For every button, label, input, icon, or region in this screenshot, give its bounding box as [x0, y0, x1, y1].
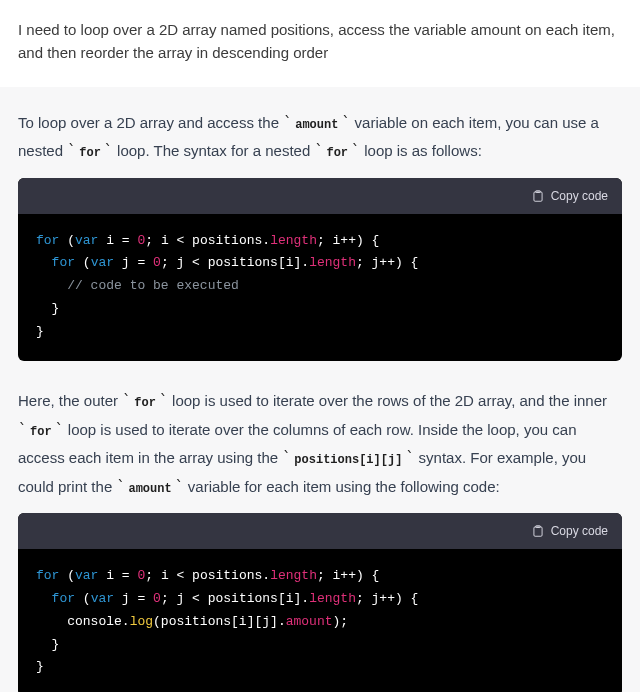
code-body: for (var i = 0; i < positions.length; i+… — [18, 549, 622, 692]
inline-code: positions[i][j] — [291, 452, 405, 468]
text: loop is as follows: — [360, 142, 482, 159]
svg-rect-3 — [534, 527, 542, 536]
text: To loop over a 2D array and access the — [18, 114, 283, 131]
user-message: I need to loop over a 2D array named pos… — [0, 0, 640, 87]
clipboard-icon — [531, 189, 545, 203]
copy-code-button[interactable]: Copy code — [531, 189, 608, 203]
text: variable for each item using the followi… — [184, 478, 500, 495]
inline-code: for — [76, 145, 104, 161]
clipboard-icon — [531, 524, 545, 538]
inline-code: amount — [292, 117, 341, 133]
code-block-2: Copy code for (var i = 0; i < positions.… — [18, 513, 622, 692]
inline-code: for — [323, 145, 351, 161]
copy-code-button[interactable]: Copy code — [531, 524, 608, 538]
copy-code-label: Copy code — [551, 189, 608, 203]
text: loop. The syntax for a nested — [113, 142, 315, 159]
code-header: Copy code — [18, 178, 622, 214]
code-block-1: Copy code for (var i = 0; i < positions.… — [18, 178, 622, 362]
assistant-message: To loop over a 2D array and access the `… — [0, 87, 640, 693]
text: Here, the outer — [18, 392, 122, 409]
code-body: for (var i = 0; i < positions.length; i+… — [18, 214, 622, 362]
svg-rect-1 — [534, 191, 542, 200]
user-prompt-text: I need to loop over a 2D array named pos… — [18, 21, 615, 61]
inline-code: amount — [125, 481, 174, 497]
inline-code: for — [27, 424, 55, 440]
assistant-paragraph-2: Here, the outer `for` loop is used to it… — [18, 387, 622, 501]
assistant-paragraph-1: To loop over a 2D array and access the `… — [18, 109, 622, 166]
text: loop is used to iterate over the rows of… — [168, 392, 607, 409]
copy-code-label: Copy code — [551, 524, 608, 538]
inline-code: for — [131, 395, 159, 411]
code-header: Copy code — [18, 513, 622, 549]
